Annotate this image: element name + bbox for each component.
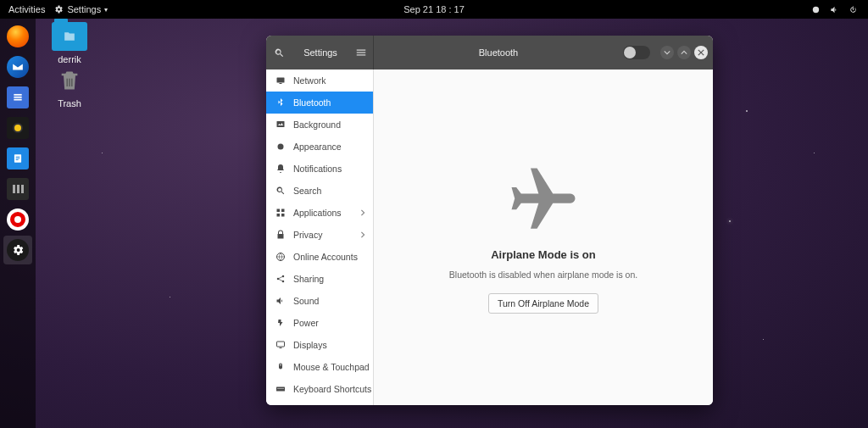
nav-mouse[interactable]: Mouse & Touchpad (266, 356, 373, 378)
volume-icon[interactable] (829, 4, 839, 14)
nav-bluetooth[interactable]: Bluetooth (266, 92, 373, 114)
files-icon (7, 86, 29, 108)
power-icon (275, 317, 287, 329)
nav-printers[interactable]: Printers (266, 400, 373, 405)
svg-rect-29 (281, 364, 281, 366)
dock-files[interactable] (3, 83, 32, 112)
app-menu-button[interactable]: Settings ▾ (53, 4, 108, 14)
nav-network[interactable]: Network (266, 69, 373, 92)
desktop-trash[interactable]: Trash (44, 66, 95, 108)
chevron-right-icon (359, 230, 366, 240)
svg-rect-7 (16, 159, 19, 160)
nav-sharing[interactable]: Sharing (266, 268, 373, 290)
dropdown-arrow-icon: ▾ (104, 6, 108, 14)
help-icon (7, 208, 29, 231)
svg-rect-20 (277, 214, 281, 217)
background-icon (275, 119, 287, 131)
svg-rect-9 (69, 79, 70, 86)
svg-rect-31 (278, 388, 279, 389)
airplane-subtext: Bluetooth is disabled when airplane mode… (449, 270, 637, 280)
hamburger-icon (355, 47, 367, 58)
sidebar-search-button[interactable] (266, 47, 292, 58)
window-maximize-button[interactable] (677, 46, 691, 59)
lock-icon (275, 229, 287, 241)
chevron-down-icon (664, 49, 670, 56)
svg-point-23 (277, 278, 280, 281)
power-icon[interactable] (848, 4, 858, 14)
airplane-heading: Airplane Mode is on (491, 248, 596, 261)
svg-rect-5 (16, 157, 20, 158)
window-titlebar[interactable]: Settings Bluetooth (266, 36, 713, 69)
firefox-icon (7, 25, 29, 47)
svg-rect-34 (283, 388, 284, 389)
svg-rect-2 (14, 97, 21, 98)
folder-icon (52, 22, 87, 51)
nav-power[interactable]: Power (266, 312, 373, 334)
share-icon (275, 273, 287, 285)
svg-point-17 (278, 144, 284, 150)
svg-rect-12 (357, 52, 366, 53)
settings-content: Airplane Mode is on Bluetooth is disable… (374, 69, 713, 405)
svg-rect-1 (14, 94, 21, 96)
dock-software[interactable] (3, 175, 32, 203)
svg-rect-33 (281, 388, 282, 389)
window-close-button[interactable] (694, 46, 708, 59)
clock[interactable]: Sep 21 18 : 17 (403, 4, 465, 14)
dock-thunderbird[interactable] (3, 53, 32, 81)
svg-rect-6 (16, 158, 20, 158)
notification-indicator-icon[interactable] (810, 4, 821, 14)
bluetooth-toggle[interactable] (623, 46, 650, 59)
svg-rect-26 (277, 342, 285, 347)
bluetooth-icon (275, 97, 287, 108)
appearance-icon (275, 141, 287, 153)
nav-sound[interactable]: Sound (266, 290, 373, 312)
svg-rect-21 (281, 214, 285, 217)
desktop-folder-label: derrik (44, 54, 95, 64)
search-icon (275, 185, 287, 197)
nav-search[interactable]: Search (266, 180, 373, 202)
settings-window: Settings Bluetooth (266, 36, 713, 405)
mouse-icon (275, 361, 287, 373)
svg-rect-8 (67, 79, 68, 86)
hamburger-button[interactable] (349, 47, 373, 58)
network-icon (275, 75, 287, 86)
svg-rect-3 (14, 99, 21, 101)
applications-icon (275, 207, 287, 219)
svg-rect-27 (280, 347, 282, 348)
svg-point-24 (282, 275, 285, 278)
keyboard-icon (275, 383, 287, 395)
svg-rect-18 (277, 209, 281, 213)
bell-icon (275, 163, 287, 175)
chevron-up-icon (681, 49, 687, 56)
dock-rhythmbox[interactable] (3, 114, 32, 142)
nav-keyboard[interactable]: Keyboard Shortcuts (266, 378, 373, 400)
window-minimize-button[interactable] (660, 46, 674, 59)
dock-help[interactable] (3, 205, 32, 234)
writer-icon (7, 147, 29, 170)
dock-libreoffice-writer[interactable] (3, 144, 32, 173)
settings-sidebar: Network Bluetooth Background Appearance … (266, 69, 374, 405)
svg-rect-14 (277, 78, 285, 83)
speaker-icon (275, 295, 287, 307)
desktop-folder-derrik[interactable]: derrik (44, 22, 95, 64)
nav-appearance[interactable]: Appearance (266, 136, 373, 158)
nav-privacy[interactable]: Privacy (266, 224, 373, 246)
top-bar: Activities Settings ▾ Sep 21 18 : 17 (0, 0, 868, 19)
nav-notifications[interactable]: Notifications (266, 158, 373, 180)
svg-point-0 (812, 6, 818, 12)
dock-settings[interactable] (3, 236, 32, 264)
nav-displays[interactable]: Displays (266, 334, 373, 356)
content-title: Bluetooth (374, 47, 623, 58)
dock-firefox[interactable] (3, 22, 32, 51)
turn-off-airplane-button[interactable]: Turn Off Airplane Mode (488, 293, 598, 314)
svg-rect-16 (277, 121, 285, 127)
display-icon (275, 339, 287, 351)
nav-online-accounts[interactable]: Online Accounts (266, 246, 373, 268)
activities-button[interactable]: Activities (8, 4, 45, 14)
airplane-icon (497, 162, 590, 238)
svg-rect-13 (357, 54, 366, 55)
svg-rect-11 (357, 50, 366, 51)
nav-applications[interactable]: Applications (266, 202, 373, 224)
nav-background[interactable]: Background (266, 114, 373, 136)
software-icon (7, 178, 29, 200)
